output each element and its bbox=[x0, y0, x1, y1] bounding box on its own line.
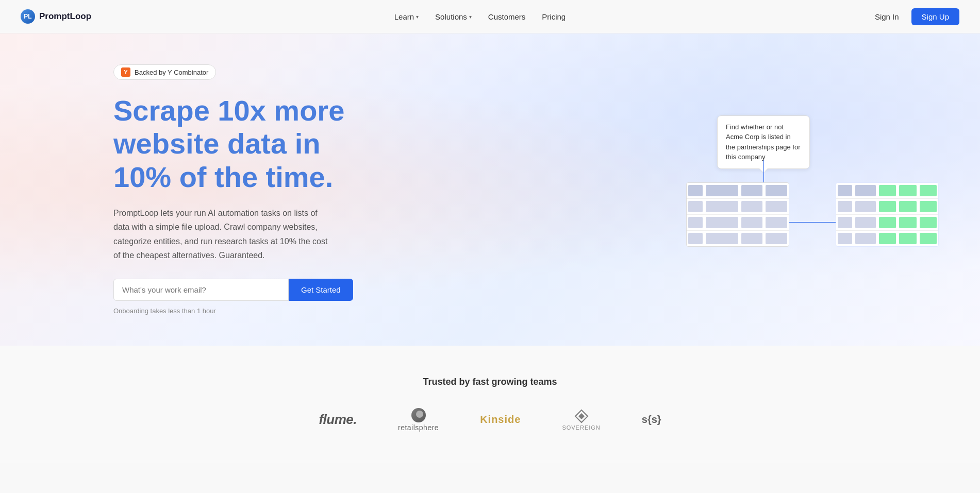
retailsphere-text: retailsphere bbox=[398, 423, 439, 432]
cell bbox=[688, 185, 703, 196]
table-row bbox=[836, 215, 938, 231]
email-input[interactable] bbox=[113, 279, 289, 301]
retailsphere-logo: retailsphere bbox=[398, 408, 439, 432]
cell bbox=[766, 233, 787, 244]
cell bbox=[855, 201, 876, 212]
logo-sjs: s{s} bbox=[642, 414, 661, 426]
onboarding-note: Onboarding takes less than 1 hour bbox=[113, 307, 353, 315]
yc-badge: Y Backed by Y Combinator bbox=[113, 64, 216, 80]
trusted-heading: Trusted by fast growing teams bbox=[21, 377, 959, 387]
cell bbox=[879, 217, 896, 228]
cell bbox=[899, 185, 916, 196]
cell bbox=[879, 233, 896, 244]
cell bbox=[766, 185, 787, 196]
sovereign-logo: sovereign bbox=[562, 409, 600, 431]
hero-subtitle: PromptLoop lets your run AI automation t… bbox=[113, 206, 330, 262]
cell bbox=[920, 185, 937, 196]
flume-text: flume. bbox=[319, 412, 357, 428]
cell bbox=[766, 217, 787, 228]
cell bbox=[879, 201, 896, 212]
logo-kinside: Kinside bbox=[480, 414, 521, 426]
nav-learn[interactable]: Learn ▾ bbox=[394, 10, 419, 23]
yc-badge-text: Backed by Y Combinator bbox=[135, 69, 208, 76]
tooltip-text: Find whether or not Acme Corp is listed … bbox=[726, 123, 801, 161]
cell bbox=[920, 217, 937, 228]
nav-pricing[interactable]: Pricing bbox=[542, 10, 566, 23]
sjs-text: s{s} bbox=[642, 414, 661, 426]
table-header-row bbox=[687, 183, 789, 199]
input-table bbox=[686, 182, 789, 247]
get-started-button[interactable]: Get Started bbox=[289, 279, 353, 301]
table-row bbox=[687, 199, 789, 215]
cell bbox=[706, 201, 738, 212]
signin-button[interactable]: Sign In bbox=[869, 9, 905, 24]
navbar: PL PromptLoop Learn ▾ Solutions ▾ Custom… bbox=[0, 0, 980, 33]
svg-marker-1 bbox=[578, 413, 585, 419]
cell bbox=[741, 217, 763, 228]
cell bbox=[706, 217, 738, 228]
cell bbox=[920, 233, 937, 244]
cell bbox=[855, 217, 876, 228]
email-form: Get Started bbox=[113, 279, 353, 301]
yc-icon: Y bbox=[121, 67, 130, 77]
signup-button[interactable]: Sign Up bbox=[911, 8, 959, 25]
cell bbox=[838, 233, 852, 244]
cell bbox=[741, 185, 763, 196]
cell bbox=[688, 201, 703, 212]
table-row bbox=[687, 231, 789, 246]
chevron-down-icon: ▾ bbox=[416, 14, 419, 20]
cell bbox=[855, 233, 876, 244]
nav-center: Learn ▾ Solutions ▾ Customers Pricing bbox=[394, 10, 566, 23]
logo-icon: PL bbox=[21, 9, 35, 24]
cell bbox=[899, 217, 916, 228]
cell bbox=[688, 217, 703, 228]
cell bbox=[920, 201, 937, 212]
cell bbox=[766, 201, 787, 212]
nav-customers[interactable]: Customers bbox=[488, 10, 526, 23]
cell bbox=[855, 185, 876, 196]
cell bbox=[741, 233, 763, 244]
logo-retailsphere: retailsphere bbox=[398, 408, 439, 432]
table-row bbox=[687, 215, 789, 231]
table-header-row bbox=[836, 183, 938, 199]
cell bbox=[838, 217, 852, 228]
sovereign-text: sovereign bbox=[562, 424, 600, 431]
hero-visual: Find whether or not Acme Corp is listed … bbox=[686, 115, 939, 280]
chevron-down-icon: ▾ bbox=[469, 14, 472, 20]
cell bbox=[838, 201, 852, 212]
cell bbox=[688, 233, 703, 244]
table-row bbox=[836, 199, 938, 215]
cell bbox=[838, 185, 852, 196]
cell bbox=[706, 233, 738, 244]
cell bbox=[879, 185, 896, 196]
cell bbox=[899, 201, 916, 212]
table-row bbox=[836, 231, 938, 246]
logo-flume: flume. bbox=[319, 412, 357, 428]
hero-title: Scrape 10x morewebsite data in10% of the… bbox=[113, 94, 353, 194]
kinside-text: Kinside bbox=[480, 414, 521, 426]
cell bbox=[741, 201, 763, 212]
logos-row: flume. retailsphere Kinside bbox=[21, 408, 959, 432]
logo-text: PromptLoop bbox=[39, 11, 91, 22]
output-table bbox=[836, 182, 939, 247]
trusted-section: Trusted by fast growing teams flume. ret… bbox=[0, 346, 980, 463]
hero-content: Y Backed by Y Combinator Scrape 10x more… bbox=[0, 33, 353, 346]
nav-auth: Sign In Sign Up bbox=[869, 8, 959, 25]
logo[interactable]: PL PromptLoop bbox=[21, 9, 91, 24]
hero-section: Y Backed by Y Combinator Scrape 10x more… bbox=[0, 33, 980, 346]
nav-solutions[interactable]: Solutions ▾ bbox=[435, 10, 472, 23]
logo-sovereign: sovereign bbox=[562, 409, 600, 431]
cell bbox=[706, 185, 738, 196]
cell bbox=[899, 233, 916, 244]
hero-title-text: Scrape 10x morewebsite data in10% of the… bbox=[113, 94, 344, 193]
